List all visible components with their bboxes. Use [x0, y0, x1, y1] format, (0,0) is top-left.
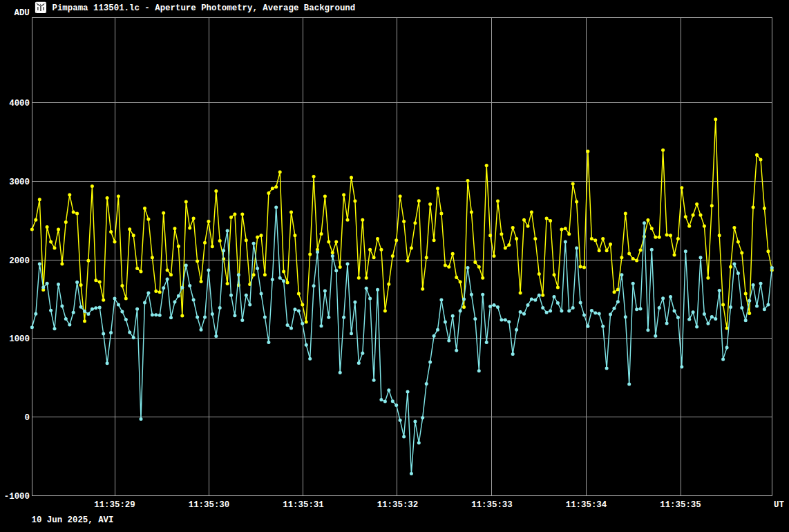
svg-text:11:35:32: 11:35:32: [377, 500, 419, 510]
svg-text:1000: 1000: [9, 334, 30, 344]
svg-text:11:35:34: 11:35:34: [566, 500, 607, 510]
svg-text:11:35:30: 11:35:30: [189, 500, 230, 510]
svg-text:Pimpama 113501.lc - Aperture P: Pimpama 113501.lc - Aperture Photometry,…: [53, 3, 356, 13]
svg-text:UT: UT: [774, 500, 784, 510]
svg-text:0: 0: [25, 413, 30, 423]
svg-text:-1000: -1000: [4, 492, 30, 502]
svg-text:11:35:29: 11:35:29: [94, 500, 135, 510]
svg-text:11:35:35: 11:35:35: [660, 500, 701, 510]
svg-text:2000: 2000: [9, 256, 30, 266]
svg-text:11:35:31: 11:35:31: [283, 500, 324, 510]
svg-text:10 Jun 2025, AVI: 10 Jun 2025, AVI: [32, 515, 114, 525]
svg-text:4000: 4000: [9, 99, 30, 108]
svg-text:ADU: ADU: [15, 8, 30, 18]
svg-text:11:35:33: 11:35:33: [471, 500, 513, 510]
svg-text:3000: 3000: [9, 178, 30, 187]
